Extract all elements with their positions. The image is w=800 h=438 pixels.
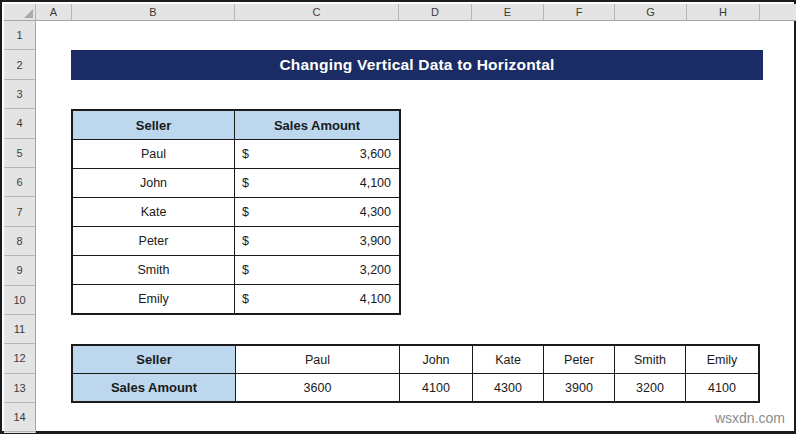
amount-cell[interactable]: $ 3,900 — [235, 227, 399, 255]
row-header-8[interactable]: 8 — [4, 227, 35, 256]
row-header-6[interactable]: 6 — [4, 168, 35, 197]
vertical-table: Seller Sales Amount Paul $ 3,600 John $ … — [71, 109, 401, 315]
column-header-h[interactable]: H — [687, 4, 760, 20]
horizontal-table-label-seller[interactable]: Seller — [73, 346, 235, 373]
row-header-13[interactable]: 13 — [4, 374, 35, 403]
seller-cell[interactable]: John — [400, 346, 472, 373]
amount-cell[interactable]: 4100 — [686, 374, 758, 401]
amount-value: 4,300 — [360, 205, 391, 219]
currency-symbol: $ — [242, 263, 249, 277]
amount-value: 3,200 — [360, 263, 391, 277]
watermark-text: wsxdn.com — [715, 410, 785, 426]
seller-cell[interactable]: Peter — [544, 346, 614, 373]
seller-cell[interactable]: Kate — [73, 198, 234, 226]
seller-cell[interactable]: John — [73, 169, 234, 197]
select-all-corner[interactable] — [4, 4, 36, 20]
row-header-2[interactable]: 2 — [4, 50, 35, 79]
column-header-d[interactable]: D — [399, 4, 472, 20]
row-header-11[interactable]: 11 — [4, 315, 35, 344]
amount-cell[interactable]: $ 3,200 — [235, 256, 399, 284]
seller-cell[interactable]: Peter — [73, 227, 234, 255]
amount-cell[interactable]: $ 4,100 — [235, 169, 399, 197]
amount-cell[interactable]: 3600 — [236, 374, 399, 401]
row-header-14[interactable]: 14 — [4, 403, 35, 432]
row-header-9[interactable]: 9 — [4, 256, 35, 285]
column-header-i-partial[interactable] — [760, 4, 796, 20]
currency-symbol: $ — [242, 147, 249, 161]
amount-value: 3,900 — [360, 234, 391, 248]
seller-cell[interactable]: Emily — [686, 346, 758, 373]
horizontal-table-label-sales-amount[interactable]: Sales Amount — [73, 374, 235, 401]
column-header-b[interactable]: B — [72, 4, 235, 20]
amount-value: 4,100 — [360, 176, 391, 190]
column-header-g[interactable]: G — [615, 4, 687, 20]
select-all-triangle-icon — [24, 9, 33, 18]
column-header-a[interactable]: A — [36, 4, 72, 20]
row-header-12[interactable]: 12 — [4, 344, 35, 373]
row-header-5[interactable]: 5 — [4, 139, 35, 168]
seller-cell[interactable]: Kate — [473, 346, 543, 373]
horizontal-table: Seller Paul John Kate Peter Smith Emily … — [71, 344, 760, 403]
row-header-1[interactable]: 1 — [4, 21, 35, 50]
row-header-3[interactable]: 3 — [4, 80, 35, 109]
amount-value: 3,600 — [360, 147, 391, 161]
seller-cell[interactable]: Paul — [73, 140, 234, 168]
row-header-7[interactable]: 7 — [4, 197, 35, 226]
currency-symbol: $ — [242, 234, 249, 248]
seller-cell[interactable]: Emily — [73, 285, 234, 313]
amount-cell[interactable]: $ 3,600 — [235, 140, 399, 168]
spreadsheet-frame: A B C D E F G H 1 2 3 4 5 6 7 8 9 10 11 … — [0, 0, 796, 434]
amount-cell[interactable]: 3900 — [544, 374, 614, 401]
column-header-e[interactable]: E — [472, 4, 544, 20]
currency-symbol: $ — [242, 292, 249, 306]
vertical-table-header-sales-amount[interactable]: Sales Amount — [235, 111, 399, 139]
column-header-f[interactable]: F — [544, 4, 615, 20]
vertical-table-header-seller[interactable]: Seller — [73, 111, 234, 139]
seller-cell[interactable]: Smith — [615, 346, 685, 373]
row-header-strip: 1 2 3 4 5 6 7 8 9 10 11 12 13 14 — [4, 21, 36, 433]
amount-cell[interactable]: $ 4,300 — [235, 198, 399, 226]
amount-cell[interactable]: 4100 — [400, 374, 472, 401]
seller-cell[interactable]: Smith — [73, 256, 234, 284]
column-header-c[interactable]: C — [235, 4, 399, 20]
title-banner-cell[interactable]: Changing Vertical Data to Horizontal — [71, 50, 763, 80]
amount-cell[interactable]: 4300 — [473, 374, 543, 401]
column-header-strip: A B C D E F G H — [4, 4, 796, 21]
amount-value: 4,100 — [360, 292, 391, 306]
currency-symbol: $ — [242, 205, 249, 219]
seller-cell[interactable]: Paul — [236, 346, 399, 373]
amount-cell[interactable]: 3200 — [615, 374, 685, 401]
row-header-4[interactable]: 4 — [4, 109, 35, 138]
amount-cell[interactable]: $ 4,100 — [235, 285, 399, 313]
row-header-10[interactable]: 10 — [4, 286, 35, 315]
currency-symbol: $ — [242, 176, 249, 190]
